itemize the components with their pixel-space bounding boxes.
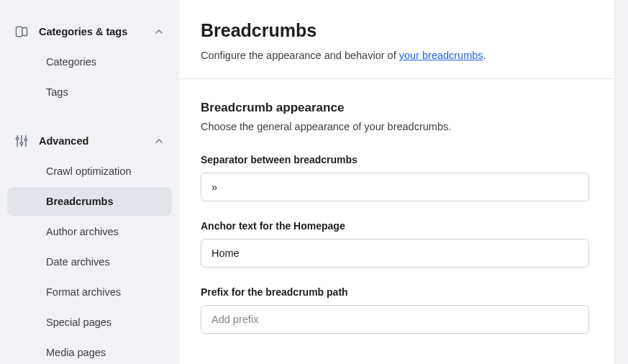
nav-group-label: Advanced	[39, 135, 153, 147]
nav-group-advanced[interactable]: Advanced	[0, 127, 179, 155]
section-desc: Choose the general appearance of your br…	[201, 121, 593, 132]
main-content: Breadcrumbs Configure the appearance and…	[179, 0, 615, 364]
page-header: Breadcrumbs Configure the appearance and…	[179, 0, 614, 79]
subtitle-suffix: .	[483, 50, 486, 61]
sidebar-item-author-archives[interactable]: Author archives	[7, 217, 172, 246]
field-separator: Separator between breadcrumbs	[201, 154, 593, 201]
sidebar-item-categories[interactable]: Categories	[7, 47, 172, 76]
chevron-up-icon	[153, 135, 165, 147]
settings-sidebar: Categories & tags Categories Tags Advanc…	[0, 0, 179, 364]
svg-point-4	[20, 142, 22, 145]
prefix-input[interactable]	[201, 305, 589, 334]
anchor-input[interactable]	[201, 239, 589, 268]
appearance-section: Breadcrumb appearance Choose the general…	[179, 79, 614, 334]
field-anchor: Anchor text for the Homepage	[201, 220, 593, 268]
field-label: Anchor text for the Homepage	[201, 220, 593, 232]
field-label: Separator between breadcrumbs	[201, 154, 593, 165]
field-label: Prefix for the breadcrumb path	[201, 286, 593, 298]
svg-point-2	[17, 137, 19, 140]
section-title: Breadcrumb appearance	[201, 101, 593, 115]
field-prefix: Prefix for the breadcrumb path	[201, 286, 593, 334]
sidebar-item-tags[interactable]: Tags	[7, 78, 172, 106]
nav-group-label: Categories & tags	[39, 26, 153, 37]
chevron-up-icon	[153, 26, 165, 37]
right-gutter	[615, 0, 628, 364]
sidebar-item-media-pages[interactable]: Media pages	[7, 338, 172, 364]
sidebar-item-date-archives[interactable]: Date archives	[7, 247, 172, 276]
nav-group-categories-tags[interactable]: Categories & tags	[0, 17, 179, 46]
sidebar-item-format-archives[interactable]: Format archives	[7, 278, 172, 306]
subtitle-text: Configure the appearance and behavior of	[201, 50, 399, 61]
sliders-icon	[14, 134, 29, 148]
breadcrumbs-help-link[interactable]: your breadcrumbs	[399, 50, 483, 61]
sidebar-item-breadcrumbs[interactable]: Breadcrumbs	[7, 187, 172, 216]
svg-rect-0	[17, 27, 22, 36]
page-subtitle: Configure the appearance and behavior of…	[201, 50, 593, 61]
sidebar-item-special-pages[interactable]: Special pages	[7, 308, 172, 337]
separator-input[interactable]	[201, 173, 589, 201]
page-title: Breadcrumbs	[201, 20, 593, 41]
svg-point-6	[24, 139, 27, 141]
sidebar-item-crawl-optimization[interactable]: Crawl optimization	[7, 157, 172, 186]
categories-icon	[14, 24, 29, 39]
